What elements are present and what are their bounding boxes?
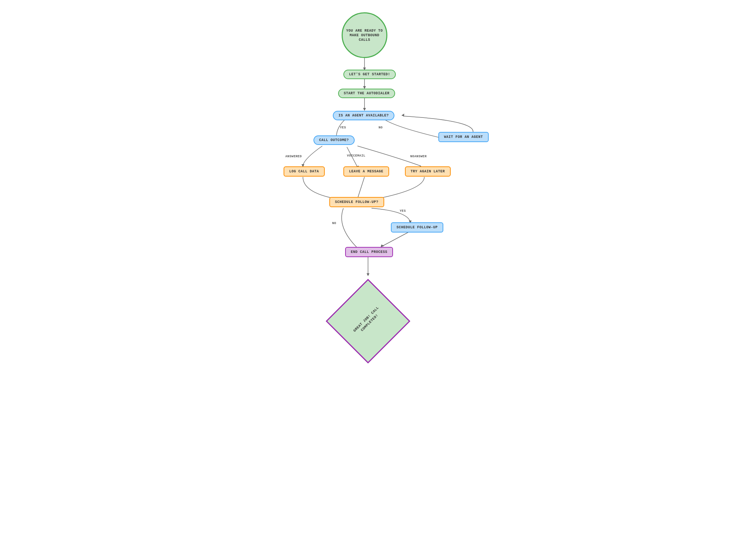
schedule-followup-q-label: SCHEDULE FOLLOW-UP?	[335, 200, 379, 204]
start-autodialer-node: START THE AUTODIALER	[338, 89, 395, 98]
try-again-label: TRY AGAIN LATER	[411, 170, 445, 173]
leave-message-node: LEAVE A MESSAGE	[343, 166, 389, 177]
svg-line-18	[382, 232, 408, 246]
svg-marker-22	[367, 273, 369, 276]
schedule-followup-label: SCHEDULE FOLLOW-UP	[397, 225, 438, 229]
log-call-data-label: LOG CALL DATA	[289, 170, 319, 173]
call-outcome-node: CALL OUTCOME?	[313, 135, 355, 145]
lets-get-started-label: LET'S GET STARTED!	[349, 72, 390, 76]
schedule-followup-node: SCHEDULE FOLLOW-UP	[391, 222, 443, 233]
try-again-node: TRY AGAIN LATER	[405, 166, 451, 177]
call-outcome-label: CALL OUTCOME?	[319, 138, 349, 142]
lets-get-started-node: LET'S GET STARTED!	[343, 70, 396, 79]
agent-available-node: IS AN AGENT AVAILABLE?	[333, 111, 394, 120]
yes-label-2: YES	[400, 209, 406, 213]
start-circle-label: YOU ARE READY TO MAKE OUTBOUND CALLS	[346, 28, 383, 42]
no-label-1: NO	[379, 126, 383, 129]
leave-message-label: LEAVE A MESSAGE	[349, 170, 383, 173]
great-job-diamond-container: GREAT JOB! CALL COMPLETED!	[324, 277, 412, 365]
yes-label-1: YES	[340, 126, 346, 129]
no-label-2: NO	[332, 222, 336, 225]
svg-marker-5	[363, 108, 366, 111]
svg-line-14	[357, 177, 364, 199]
log-call-data-node: LOG CALL DATA	[284, 166, 325, 177]
voicemail-label: VOICEMAIL	[347, 154, 366, 158]
wait-for-agent-node: WAIT FOR AN AGENT	[438, 132, 489, 142]
end-call-process-label: END CALL PROCESS	[351, 250, 387, 254]
schedule-followup-q-node: SCHEDULE FOLLOW-UP?	[329, 197, 384, 207]
start-autodialer-label: START THE AUTODIALER	[344, 91, 389, 95]
noanswer-label: NOANSWER	[410, 155, 427, 158]
wait-for-agent-label: WAIT FOR AN AGENT	[444, 135, 483, 139]
agent-available-label: IS AN AGENT AVAILABLE?	[338, 114, 389, 117]
answered-label: ANSWERED	[285, 155, 302, 158]
end-call-process-node: END CALL PROCESS	[345, 247, 393, 257]
flowchart-container: YOU ARE READY TO MAKE OUTBOUND CALLS LET…	[206, 7, 523, 552]
svg-marker-8	[401, 114, 404, 116]
start-circle-node: YOU ARE READY TO MAKE OUTBOUND CALLS	[342, 12, 387, 58]
